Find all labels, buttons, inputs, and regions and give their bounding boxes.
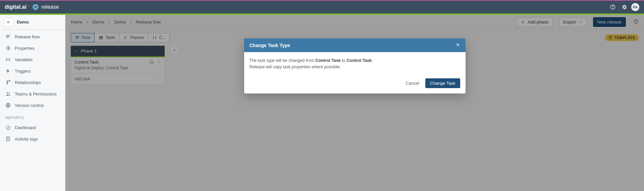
sidebar-item-label: Activity logs bbox=[15, 137, 38, 142]
dashboard-icon bbox=[5, 125, 11, 130]
change-task-type-modal: Change Task Type The task type will be c… bbox=[244, 38, 466, 93]
modal-body: The task type will be changed from Contr… bbox=[244, 52, 466, 76]
sidebar-item-label: Properties bbox=[15, 46, 35, 51]
sidebar-item-label: Relationships bbox=[15, 80, 41, 85]
user-avatar[interactable]: RA bbox=[631, 3, 639, 11]
sidebar-item-label: Triggers bbox=[15, 69, 31, 74]
version-control-icon bbox=[5, 103, 11, 108]
triggers-icon bbox=[5, 68, 11, 74]
properties-icon bbox=[5, 45, 11, 51]
help-icon[interactable] bbox=[608, 3, 617, 11]
back-button[interactable] bbox=[4, 17, 13, 27]
sidebar-item-label: Dashboard bbox=[15, 125, 36, 130]
sidebar-item-properties[interactable]: Properties bbox=[0, 42, 65, 54]
modal-line1-prefix: The task type will be changed from bbox=[250, 58, 316, 63]
sidebar-item-version-control[interactable]: Version control bbox=[0, 100, 65, 111]
svg-point-11 bbox=[9, 48, 10, 49]
settings-icon[interactable] bbox=[620, 3, 629, 11]
flow-icon bbox=[5, 34, 11, 39]
sidebar-item-variables[interactable]: Variables bbox=[0, 54, 65, 65]
modal-cancel-button[interactable]: Cancel bbox=[406, 81, 419, 86]
modal-line1-suffix: . bbox=[372, 58, 373, 63]
svg-point-14 bbox=[9, 92, 10, 93]
activity-logs-icon bbox=[5, 136, 11, 142]
teams-icon bbox=[5, 91, 11, 97]
brand-block: digital.ai● release bbox=[5, 4, 59, 10]
brand-name: digital.ai bbox=[5, 4, 26, 10]
modal-actions: Cancel Change Task bbox=[244, 76, 466, 93]
modal-line1-mid: to bbox=[341, 58, 346, 63]
relationships-icon bbox=[5, 80, 11, 85]
svg-point-10 bbox=[8, 46, 9, 47]
sidebar-item-label: Variables bbox=[15, 57, 33, 62]
modal-title: Change Task Type bbox=[250, 43, 290, 48]
release-product-icon bbox=[33, 4, 39, 10]
svg-rect-8 bbox=[8, 35, 8, 39]
svg-point-6 bbox=[612, 8, 613, 8]
sidebar-item-activity-logs[interactable]: Activity logs bbox=[0, 133, 65, 145]
variables-icon bbox=[5, 57, 11, 62]
modal-header: Change Task Type bbox=[244, 38, 466, 52]
modal-to-type: Control Task bbox=[346, 58, 372, 63]
sidebar-item-label: Version control bbox=[15, 103, 44, 108]
sidebar-item-triggers[interactable]: Triggers bbox=[0, 65, 65, 77]
sidebar: Demo Release flow Properties Variables T… bbox=[0, 15, 65, 191]
sidebar-item-teams-permissions[interactable]: Teams & Permissions bbox=[0, 88, 65, 100]
svg-rect-7 bbox=[6, 35, 7, 38]
sidebar-section-reports: REPORTS bbox=[0, 111, 65, 122]
sidebar-title: Demo bbox=[17, 20, 29, 25]
sidebar-item-label: Teams & Permissions bbox=[15, 91, 57, 97]
sidebar-item-release-flow[interactable]: Release flow bbox=[0, 31, 65, 42]
svg-point-13 bbox=[7, 92, 8, 93]
sidebar-item-label: Release flow bbox=[15, 34, 40, 39]
brand-product: release bbox=[41, 4, 59, 10]
app-topbar: digital.ai● release RA bbox=[0, 0, 644, 13]
modal-line2: Release will copy task properties where … bbox=[250, 65, 341, 69]
modal-confirm-button[interactable]: Change Task bbox=[425, 78, 460, 88]
svg-point-12 bbox=[8, 49, 9, 50]
content-area: Home Demo Demo Release flow Add phase Ex… bbox=[65, 15, 644, 191]
brand-dot: ● bbox=[28, 5, 29, 6]
sidebar-item-dashboard[interactable]: Dashboard bbox=[0, 122, 65, 133]
modal-from-type: Control Task bbox=[315, 58, 340, 63]
sidebar-title-row: Demo bbox=[0, 15, 65, 30]
modal-close-icon[interactable] bbox=[455, 42, 460, 48]
svg-rect-9 bbox=[9, 35, 10, 37]
sidebar-item-relationships[interactable]: Relationships bbox=[0, 77, 65, 88]
svg-point-16 bbox=[6, 126, 10, 129]
